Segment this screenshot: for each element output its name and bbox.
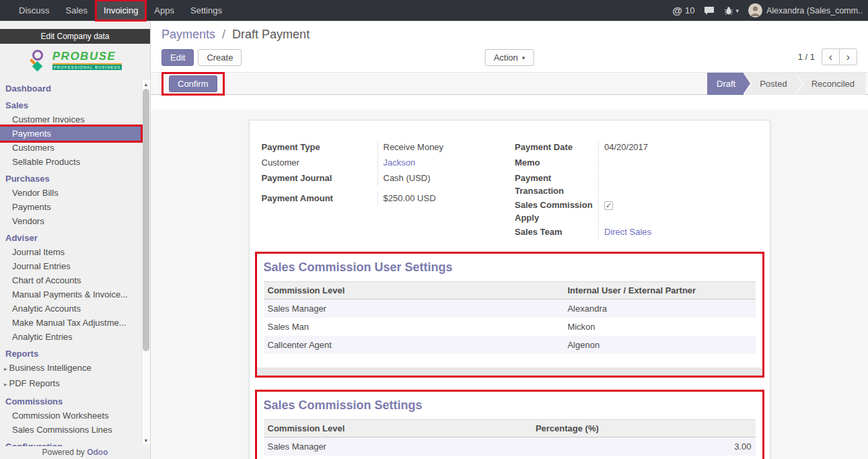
chat-button[interactable] [704,6,715,15]
field-grid: Payment Type Receive Money Customer Jack… [262,141,758,241]
cell-percentage[interactable]: 10.00 [532,456,756,459]
sidebar-heading-adviser[interactable]: Adviser [0,231,141,245]
list-footer-strip [257,367,762,376]
sidebar-item-customers[interactable]: Customers [0,141,141,155]
field-label: Payment Type [262,141,377,155]
status-draft[interactable]: Draft [707,73,744,95]
statusbar: Confirm Draft Posted Reconciled [151,72,868,95]
field-payment-type: Payment Type Receive Money [262,141,505,155]
cell-level[interactable]: Sales Man [264,318,564,336]
sidebar-item-payments[interactable]: Payments [0,127,141,141]
cell-percentage[interactable]: 3.00 [532,437,756,456]
field-label: Payment Transaction [515,172,598,197]
sidebar-item-purchase-payments[interactable]: Payments [0,200,141,214]
payment-date-value: 04/20/2017 [598,141,758,155]
cell-level[interactable]: Sales Manager [264,437,532,456]
sidebar-item-journal-entries[interactable]: Journal Entries [0,259,141,273]
sales-commission-apply-checkbox[interactable]: ✓ [604,201,613,210]
field-label: Sales Commission Apply [515,199,598,224]
user-menu[interactable]: Alexandra (Sales_comm.. [748,3,863,17]
messaging-menu[interactable]: @ 10 [672,5,694,16]
sidebar-item-vendor-bills[interactable]: Vendor Bills [0,186,141,200]
nav-item-sales[interactable]: Sales [58,0,96,21]
column-internal-user: Internal User / External Partner [563,282,755,299]
payment-amount-value: $250.00 USD [377,192,505,206]
sidebar-item-chart-of-accounts[interactable]: Chart of Accounts [0,273,141,287]
sidebar-item-make-manual-tax-adjustment[interactable]: Make Manual Tax Adjustme... [0,316,141,330]
table-row[interactable]: Sales Manager 3.00 [264,437,756,456]
scroll-down-icon[interactable]: ▼ [142,436,150,444]
debug-menu[interactable]: ▾ [724,6,739,15]
sidebar-heading-reports[interactable]: Reports [0,347,141,361]
edit-company-data-button[interactable]: Edit Company data [0,29,150,44]
edit-button[interactable]: Edit [161,49,194,66]
sidebar-item-vendors[interactable]: Vendors [0,214,141,228]
nav-item-apps[interactable]: Apps [146,0,182,21]
main-menu: Discuss Sales Invoicing Apps Settings [0,0,230,21]
avatar [748,3,762,17]
cell-user[interactable]: Mickon [563,318,755,336]
field-label: Memo [515,156,598,170]
table-row[interactable]: Sales Manager Alexandra [264,299,756,318]
sidebar-heading-purchases[interactable]: Purchases [0,172,141,186]
breadcrumb-payments-link[interactable]: Payments [161,28,215,41]
sidebar-item-label: PDF Reports [9,378,60,388]
nav-item-discuss[interactable]: Discuss [11,0,58,21]
memo-value [598,156,758,170]
cell-user[interactable]: Algenon [563,336,755,354]
nav-item-settings[interactable]: Settings [182,0,230,21]
pager-next-button[interactable]: › [839,48,857,65]
chat-icon [704,6,715,15]
top-navbar: Discuss Sales Invoicing Apps Settings @ … [0,0,868,21]
chevron-down-icon: ▾ [735,7,739,14]
action-dropdown[interactable]: Action ▾ [485,49,534,66]
chevron-down-icon: ▾ [522,55,526,61]
sidebar-item-pdf-reports[interactable]: ▸PDF Reports [0,376,141,392]
sidebar-heading-commissions[interactable]: Commissions [0,394,141,409]
sidebar-item-analytic-entries[interactable]: Analytic Entries [0,330,141,344]
sidebar-item-customer-invoices[interactable]: Customer Invoices [0,112,141,127]
cell-level[interactable]: Callcenter Agent [264,336,564,354]
cell-user[interactable]: Alexandra [563,299,755,318]
logo-title: PROBUSE [52,50,122,62]
sidebar-item-manual-payments-invoice[interactable]: Manual Payments & Invoice... [0,287,141,302]
form-area: Payment Type Receive Money Customer Jack… [151,110,868,459]
sidebar-item-sellable-products[interactable]: Sellable Products [0,155,141,169]
sidebar-item-label: Business Intelligence [9,363,92,373]
sidebar-heading-sales[interactable]: Sales [0,98,141,112]
pager-previous-button[interactable]: ‹ [822,48,840,65]
confirm-button[interactable]: Confirm [169,75,217,92]
scroll-up-icon[interactable]: ▲ [142,80,150,88]
scrollbar-thumb[interactable] [143,89,149,351]
cell-level[interactable]: Sales Manager [264,299,564,318]
table-row[interactable]: Sales Man 10.00 [264,456,756,459]
sidebar-item-sales-commissions-lines[interactable]: Sales Commissions Lines [0,423,141,437]
table-row[interactable]: Callcenter Agent Algenon [264,336,756,354]
status-reconciled[interactable]: Reconciled [795,73,865,95]
sidebar-item-commission-worksheets[interactable]: Commission Worksheets [0,409,141,423]
sidebar-item-analytic-accounts[interactable]: Analytic Accounts [0,302,141,316]
sales-team-link[interactable]: Direct Sales [604,227,651,237]
create-button[interactable]: Create [198,49,242,66]
field-label: Payment Journal [262,172,377,186]
sidebar-scrollbar[interactable]: ▲ ▼ [141,80,150,444]
odoo-link[interactable]: Odoo [87,448,108,457]
status-flow: Draft Posted Reconciled [707,73,865,95]
powered-by: Powered by Odoo [0,446,150,459]
table-row[interactable]: Sales Man Mickon [264,318,756,336]
sidebar-item-dashboard[interactable]: Dashboard [0,81,141,96]
company-logo: PROBUSE PROFESSIONAL BUSINESS [0,44,150,76]
breadcrumb: Payments / Draft Payment [161,28,857,42]
column-commission-level: Commission Level [264,282,564,299]
powered-by-text: Powered by [42,448,84,457]
customer-link[interactable]: Jackson [384,157,416,168]
breadcrumb-separator: / [222,28,225,41]
cell-level[interactable]: Sales Man [264,456,532,459]
field-label: Sales Team [515,225,598,240]
user-settings-title: Sales Commission User Settings [264,260,756,275]
sidebar: Edit Company data PROBUSE PROFESSIONAL B… [0,21,151,459]
nav-item-invoicing[interactable]: Invoicing [96,0,146,21]
column-percentage: Percentage (%) [532,420,756,437]
sidebar-item-business-intelligence[interactable]: ▸Business Intelligence [0,361,141,376]
sidebar-item-journal-items[interactable]: Journal Items [0,245,141,259]
